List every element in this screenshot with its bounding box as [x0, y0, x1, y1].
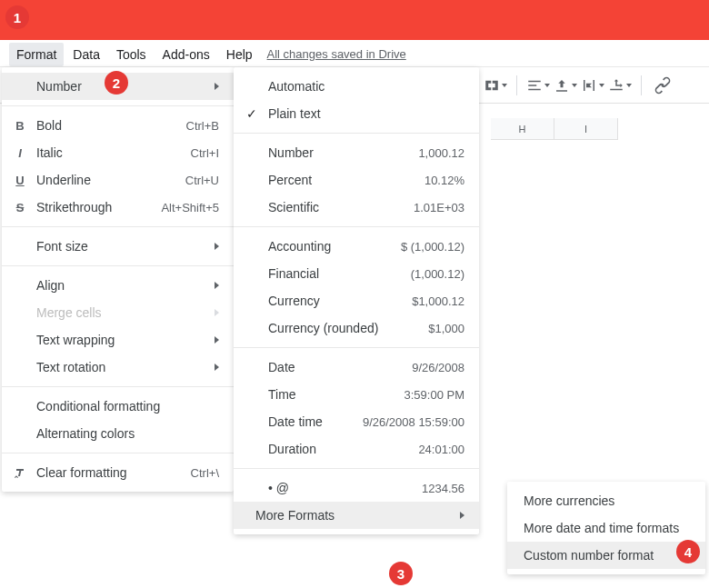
- horizontal-align-button[interactable]: [526, 74, 550, 97]
- menu-label: Clear formatting: [36, 465, 184, 480]
- align-icon: [526, 77, 543, 94]
- divider: [2, 453, 234, 453]
- format-alternating-colors[interactable]: Alternating colors: [2, 420, 234, 447]
- toolbar-separator: [641, 75, 642, 95]
- submenu-arrow-icon: [215, 243, 219, 250]
- merge-cells-button[interactable]: [484, 74, 507, 97]
- submenu-arrow-icon: [215, 309, 219, 316]
- menu-label: Financial: [268, 266, 411, 281]
- strikethrough-icon: S: [11, 201, 29, 214]
- number-scientific[interactable]: Scientific 1.01E+03: [234, 194, 479, 221]
- format-text-wrapping[interactable]: Text wrapping: [2, 326, 234, 354]
- menubar: Format Data Tools Add-ons Help All chang…: [0, 40, 709, 67]
- menu-label: Strikethrough: [36, 200, 154, 214]
- format-example: 3:59:00 PM: [404, 388, 465, 402]
- link-icon: [654, 76, 672, 95]
- column-header-h[interactable]: H: [491, 118, 554, 140]
- number-more-formats[interactable]: More Formats: [234, 502, 479, 529]
- menu-label: Date time: [268, 414, 363, 429]
- format-bold[interactable]: B Bold Ctrl+B: [2, 112, 234, 139]
- menu-label: Text wrapping: [36, 333, 200, 347]
- number-duration[interactable]: Duration 24:01:00: [234, 435, 479, 463]
- text-rotation-button[interactable]: [608, 74, 632, 97]
- format-italic[interactable]: I Italic Ctrl+I: [2, 139, 234, 166]
- underline-icon: U: [11, 174, 29, 187]
- submenu-arrow-icon: [460, 512, 464, 519]
- menu-label: Scientific: [268, 200, 414, 214]
- menu-label: Alternating colors: [36, 426, 219, 441]
- number-datetime[interactable]: Date time 9/26/2008 15:59:00: [234, 408, 479, 435]
- format-conditional[interactable]: Conditional formatting: [2, 393, 234, 420]
- format-dropdown: Number B Bold Ctrl+B I Italic Ctrl+I U U…: [2, 67, 234, 492]
- divider: [2, 386, 234, 387]
- bold-icon: B: [11, 119, 29, 133]
- format-example: 9/26/2008: [412, 361, 464, 374]
- insert-link-button[interactable]: [651, 74, 674, 97]
- number-plain-text[interactable]: ✓ Plain text: [234, 100, 479, 127]
- number-automatic[interactable]: Automatic: [234, 73, 479, 100]
- shortcut: Ctrl+U: [185, 174, 219, 187]
- valign-icon: [554, 77, 570, 94]
- shortcut: Ctrl+\: [191, 466, 219, 480]
- format-underline[interactable]: U Underline Ctrl+U: [2, 166, 234, 194]
- more-date-time-formats[interactable]: More date and time formats: [507, 514, 705, 542]
- text-wrap-button[interactable]: [581, 74, 604, 97]
- menu-label: Merge cells: [36, 305, 200, 320]
- submenu-arrow-icon: [215, 282, 219, 289]
- number-accounting[interactable]: Accounting $ (1,000.12): [234, 233, 479, 260]
- red-banner: [0, 0, 709, 40]
- format-strikethrough[interactable]: S Strikethrough Alt+Shift+5: [2, 194, 234, 221]
- submenu-arrow-icon: [215, 336, 219, 344]
- menu-label: More currencies: [524, 493, 691, 508]
- number-percent[interactable]: Percent 10.12%: [234, 166, 479, 194]
- menu-label: Align: [36, 278, 200, 293]
- callout-4: 4: [676, 540, 700, 563]
- menu-label: Accounting: [268, 239, 401, 254]
- format-example: 1234.56: [422, 482, 464, 495]
- wrap-icon: [581, 77, 597, 94]
- menu-label: Duration: [268, 442, 418, 456]
- more-currencies[interactable]: More currencies: [507, 487, 705, 514]
- more-formats-dropdown: More currencies More date and time forma…: [507, 482, 705, 574]
- format-font-size[interactable]: Font size: [2, 233, 234, 260]
- number-number[interactable]: Number 1,000.12: [234, 139, 479, 166]
- format-example: 10.12%: [424, 174, 464, 187]
- menu-label: Italic: [36, 145, 184, 160]
- divider: [234, 133, 479, 134]
- menu-addons[interactable]: Add-ons: [155, 43, 217, 66]
- menu-label: Plain text: [268, 106, 464, 121]
- drive-status[interactable]: All changes saved in Drive: [267, 46, 406, 63]
- menu-tools[interactable]: Tools: [109, 43, 154, 66]
- menu-format[interactable]: Format: [9, 43, 64, 66]
- menu-label: Number: [268, 145, 418, 160]
- number-custom-example[interactable]: • @ 1234.56: [234, 474, 479, 502]
- menu-help[interactable]: Help: [219, 43, 260, 66]
- menu-label: Date: [268, 360, 412, 374]
- number-time[interactable]: Time 3:59:00 PM: [234, 381, 479, 408]
- menu-data[interactable]: Data: [65, 43, 107, 66]
- format-text-rotation[interactable]: Text rotation: [2, 354, 234, 381]
- format-merge-cells: Merge cells: [2, 299, 234, 326]
- submenu-arrow-icon: [215, 83, 219, 90]
- vertical-align-button[interactable]: [554, 74, 577, 97]
- shortcut: Alt+Shift+5: [161, 201, 219, 214]
- divider: [2, 226, 234, 227]
- column-header-i[interactable]: I: [554, 118, 618, 140]
- number-dropdown: Automatic ✓ Plain text Number 1,000.12 P…: [234, 67, 479, 534]
- callout-1: 1: [5, 5, 29, 29]
- menu-label: Custom number format: [524, 548, 691, 563]
- menu-label: Font size: [36, 239, 200, 254]
- format-example: 1.01E+03: [414, 201, 464, 214]
- custom-number-format[interactable]: Custom number format: [507, 542, 705, 569]
- menu-label: Conditional formatting: [36, 399, 219, 414]
- divider: [2, 105, 234, 106]
- format-example: 1,000.12: [418, 146, 464, 160]
- number-financial[interactable]: Financial (1,000.12): [234, 260, 479, 287]
- number-date[interactable]: Date 9/26/2008: [234, 354, 479, 381]
- format-align[interactable]: Align: [2, 272, 234, 299]
- number-currency-rounded[interactable]: Currency (rounded) $1,000: [234, 314, 479, 342]
- menu-label: Currency: [268, 294, 412, 308]
- number-currency[interactable]: Currency $1,000.12: [234, 287, 479, 314]
- format-example: $ (1,000.12): [401, 240, 464, 254]
- format-clear[interactable]: Clear formatting Ctrl+\: [2, 459, 234, 486]
